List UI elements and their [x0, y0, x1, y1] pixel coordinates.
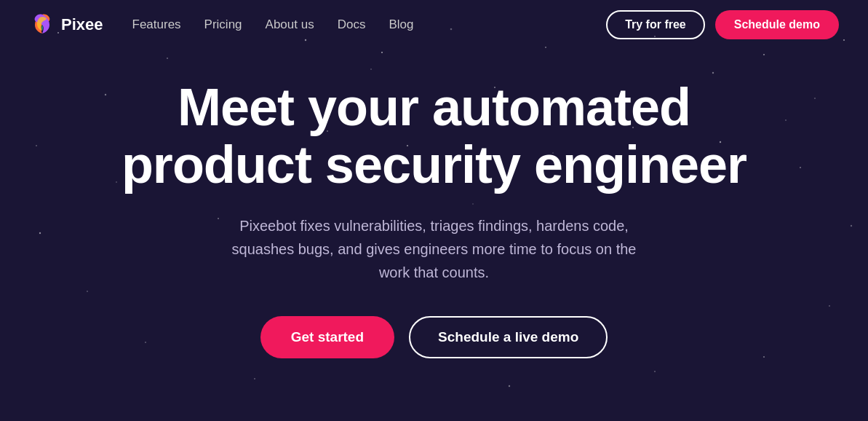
hero-subtitle: Pixeebot fixes vulnerabilities, triages …	[223, 214, 645, 284]
schedule-demo-nav-button[interactable]: Schedule demo	[715, 10, 839, 39]
nav-item-docs[interactable]: Docs	[338, 17, 366, 32]
nav-links: Features Pricing About us Docs Blog	[132, 17, 414, 32]
schedule-live-demo-button[interactable]: Schedule a live demo	[409, 316, 608, 358]
nav-item-pricing[interactable]: Pricing	[204, 17, 242, 32]
navbar: Pixee Features Pricing About us Docs Blo…	[0, 0, 868, 50]
nav-item-blog[interactable]: Blog	[389, 17, 413, 32]
navbar-right: Try for free Schedule demo	[606, 10, 839, 39]
hero-title-line2: product security engineer	[122, 135, 746, 194]
try-free-button[interactable]: Try for free	[606, 10, 705, 39]
hero-title: Meet your automated product security eng…	[122, 79, 746, 194]
navbar-left: Pixee Features Pricing About us Docs Blo…	[29, 12, 413, 38]
hero-section: Meet your automated product security eng…	[0, 50, 868, 380]
hero-buttons: Get started Schedule a live demo	[260, 316, 608, 358]
logo-text: Pixee	[61, 15, 103, 34]
logo[interactable]: Pixee	[29, 12, 103, 38]
nav-item-about[interactable]: About us	[266, 17, 314, 32]
hero-title-line1: Meet your automated	[178, 78, 690, 136]
svg-point-27	[509, 385, 510, 387]
get-started-button[interactable]: Get started	[260, 316, 394, 358]
logo-icon	[29, 12, 55, 38]
nav-item-features[interactable]: Features	[132, 17, 181, 32]
